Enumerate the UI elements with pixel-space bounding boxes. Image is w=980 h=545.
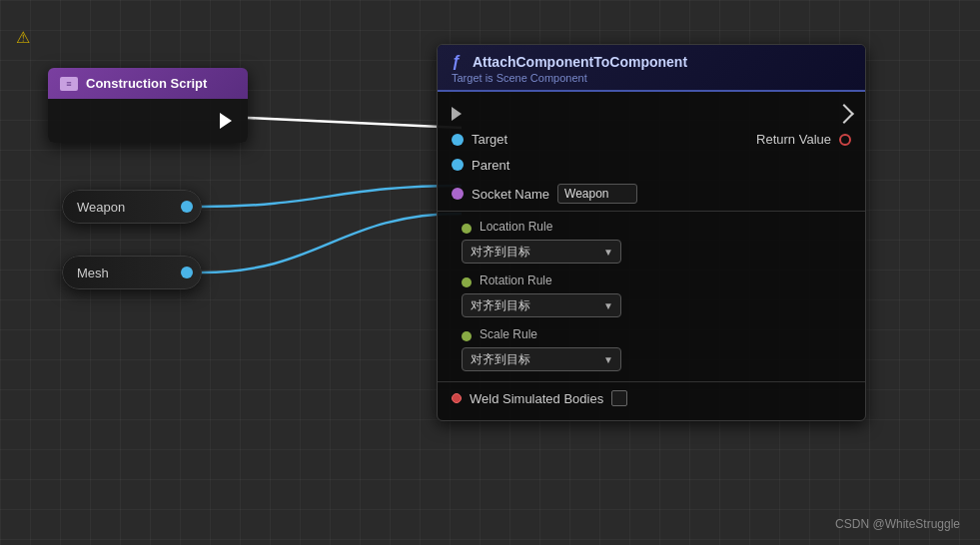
construction-script-node: ≡ Construction Script <box>48 68 248 143</box>
exec-pin-row <box>438 100 865 128</box>
construction-script-header: ≡ Construction Script <box>48 68 248 99</box>
attach-component-node: ƒ AttachComponentToComponent Target is S… <box>437 44 866 421</box>
scale-rule-label: Scale Rule <box>480 327 537 341</box>
weld-checkbox[interactable] <box>611 390 627 406</box>
parent-pin-row: Parent <box>438 151 865 179</box>
attach-node-header: ƒ AttachComponentToComponent Target is S… <box>438 45 865 92</box>
warning-icon: ⚠ <box>16 28 30 47</box>
rotation-rule-label: Rotation Rule <box>480 273 552 287</box>
mesh-out-pin[interactable] <box>181 267 193 278</box>
target-pin-area: Target <box>452 132 507 147</box>
weld-pin[interactable] <box>452 393 462 403</box>
weapon-var-label: Weapon <box>77 200 125 215</box>
scale-rule-dropdown-wrapper: 对齐到目标 ▼ <box>462 347 621 371</box>
weapon-out-pin[interactable] <box>181 201 193 213</box>
attach-node-title: AttachComponentToComponent <box>473 54 687 70</box>
rotation-rule-section: Rotation Rule 对齐到目标 ▼ <box>438 268 865 321</box>
mesh-var-node: Mesh <box>62 256 202 289</box>
location-rule-section: Location Rule 对齐到目标 ▼ <box>438 214 865 268</box>
scale-rule-select[interactable]: 对齐到目标 <box>462 347 621 371</box>
target-return-row: Target Return Value <box>438 128 865 151</box>
scale-rule-section: Scale Rule 对齐到目标 ▼ <box>438 321 865 375</box>
weapon-var-node: Weapon <box>62 190 202 224</box>
rotation-rule-dropdown-wrapper: 对齐到目标 ▼ <box>462 293 621 317</box>
rotation-rule-select[interactable]: 对齐到目标 <box>462 293 621 317</box>
weld-simulated-row: Weld Simulated Bodies <box>438 384 865 412</box>
parent-pin[interactable] <box>452 159 464 171</box>
attach-node-subtitle: Target is Scene Component <box>452 72 851 84</box>
watermark: CSDN @WhiteStruggle <box>835 517 960 531</box>
socket-name-pin[interactable] <box>452 188 464 200</box>
weapon-var-inner: Weapon <box>62 190 202 224</box>
location-rule-dropdown-wrapper: 对齐到目标 ▼ <box>462 240 621 264</box>
location-rule-pin[interactable] <box>462 224 472 234</box>
svg-line-0 <box>248 118 462 128</box>
scale-rule-pin[interactable] <box>462 331 472 341</box>
construction-script-body <box>48 99 248 143</box>
return-value-area: Return Value <box>756 132 851 147</box>
separator-1 <box>438 211 865 212</box>
construction-script-icon: ≡ <box>60 77 78 91</box>
target-pin[interactable] <box>452 134 464 146</box>
socket-name-label: Socket Name <box>472 187 549 202</box>
attach-node-body: Target Return Value Parent Socket Name L… <box>438 92 865 420</box>
mesh-var-inner: Mesh <box>62 256 202 289</box>
target-pin-label: Target <box>472 132 507 147</box>
return-value-label: Return Value <box>756 132 831 147</box>
func-icon: ƒ <box>452 53 461 71</box>
socket-name-input[interactable] <box>557 184 637 204</box>
exec-out-pin[interactable] <box>220 113 232 129</box>
mesh-var-label: Mesh <box>77 266 109 280</box>
location-rule-select[interactable]: 对齐到目标 <box>462 240 621 264</box>
exec-in-pin[interactable] <box>452 107 462 121</box>
construction-script-title: Construction Script <box>86 76 207 91</box>
parent-pin-label: Parent <box>472 158 509 173</box>
socket-name-row: Socket Name <box>438 179 865 209</box>
exec-out-pin-attach[interactable] <box>834 104 854 124</box>
separator-2 <box>438 381 865 382</box>
location-rule-label: Location Rule <box>480 220 552 234</box>
weld-label: Weld Simulated Bodies <box>470 391 603 406</box>
rotation-rule-pin[interactable] <box>462 277 472 287</box>
return-value-pin[interactable] <box>839 134 851 146</box>
